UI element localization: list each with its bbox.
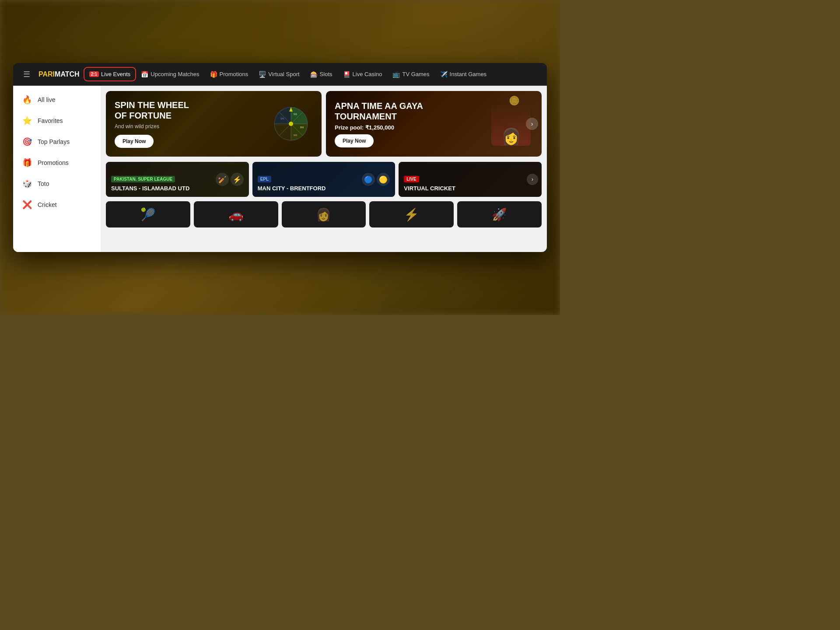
logo[interactable]: PARI MATCH bbox=[38, 70, 80, 78]
nav-live-events-label: Live Events bbox=[101, 71, 130, 77]
cricket-icon: ❌ bbox=[22, 200, 32, 210]
target-icon: 🎯 bbox=[22, 136, 32, 147]
plane-icon: ✈️ bbox=[440, 71, 448, 78]
sidebar: 🔥 All live ⭐ Favorites 🎯 Top Parlays 🎁 P… bbox=[13, 86, 101, 252]
sidebar-item-favorites[interactable]: ⭐ Favorites bbox=[13, 110, 101, 131]
sidebar-item-top-parlays[interactable]: 🎯 Top Parlays bbox=[13, 131, 101, 152]
svg-text:100: 100 bbox=[280, 117, 284, 120]
psl-league-badge: PAKISTAN. SUPER LEAGUE bbox=[111, 176, 175, 182]
preview-icon-1: 🎾 bbox=[140, 207, 156, 222]
main-container: ☰ PARI MATCH 2:1 Live Events 📅 Upcoming … bbox=[13, 63, 547, 252]
nav-slots-label: Slots bbox=[320, 71, 332, 77]
nav-item-live-events[interactable]: 2:1 Live Events bbox=[85, 68, 135, 80]
tournament-play-button[interactable]: Play Now bbox=[335, 134, 374, 147]
epl-label: EPL bbox=[260, 177, 269, 182]
match-card-virtual-content: LIVE VIRTUAL CRICKET bbox=[404, 175, 536, 192]
match-card-virtual[interactable]: LIVE VIRTUAL CRICKET › bbox=[399, 162, 542, 197]
navbar: ☰ PARI MATCH 2:1 Live Events 📅 Upcoming … bbox=[13, 63, 547, 86]
sidebar-cricket-label: Cricket bbox=[38, 201, 57, 208]
monitor-icon: 🖥️ bbox=[259, 71, 266, 78]
banners-row: SPIN THE WHEELOF FORTUNE And win wild pr… bbox=[106, 91, 542, 157]
coins-decoration: 🪙 bbox=[509, 95, 520, 106]
tournament-chevron-button[interactable]: › bbox=[526, 118, 538, 130]
cards-icon: 🎴 bbox=[343, 71, 350, 78]
logo-match: MATCH bbox=[55, 70, 80, 78]
preview-card-2[interactable]: 🚗 bbox=[194, 201, 278, 228]
sidebar-item-toto[interactable]: 🎲 Toto bbox=[13, 173, 101, 194]
nav-instant-label: Instant Games bbox=[450, 71, 487, 77]
sidebar-favorites-label: Favorites bbox=[38, 117, 63, 124]
preview-card-3[interactable]: 👩 bbox=[282, 201, 366, 228]
slots-icon: 🎰 bbox=[310, 71, 318, 78]
tournament-person: 👩 bbox=[491, 102, 531, 146]
sidebar-toto-label: Toto bbox=[38, 180, 49, 187]
nav-item-slots[interactable]: 🎰 Slots bbox=[306, 68, 337, 80]
svg-text:300: 300 bbox=[294, 134, 298, 136]
tournament-prize-text: Prize pool: ₹1,250,000 bbox=[335, 124, 489, 131]
logo-pari: PARI bbox=[38, 70, 55, 78]
sidebar-item-promotions[interactable]: 🎁 Promotions bbox=[13, 152, 101, 173]
nav-casino-label: Live Casino bbox=[353, 71, 382, 77]
live-badge: 2:1 bbox=[89, 71, 99, 77]
preview-card-4[interactable]: ⚡ bbox=[369, 201, 454, 228]
wheel-svg: 500 200 300 100 bbox=[273, 106, 308, 141]
nav-promotions-label: Promotions bbox=[220, 71, 248, 77]
match-card-epl-content: EPL MAN CITY - BRENTFORD bbox=[258, 175, 390, 192]
live-label: LIVE bbox=[406, 177, 416, 182]
nav-item-tv-games[interactable]: 📺 TV Games bbox=[388, 68, 434, 80]
star-icon: ⭐ bbox=[22, 116, 32, 126]
tournament-banner[interactable]: APNA TIME AA GAYATOURNAMENT Prize pool: … bbox=[326, 91, 542, 157]
fortune-banner-text: SPIN THE WHEELOF FORTUNE And win wild pr… bbox=[115, 100, 269, 148]
svg-point-9 bbox=[289, 122, 293, 126]
match-card-psl-content: PAKISTAN. SUPER LEAGUE SULTANS - ISLAMAB… bbox=[111, 175, 244, 192]
sidebar-item-cricket[interactable]: ❌ Cricket bbox=[13, 194, 101, 215]
fire-icon: 🔥 bbox=[22, 94, 32, 105]
gift-sidebar-icon: 🎁 bbox=[22, 158, 32, 168]
epl-match-title: MAN CITY - BRENTFORD bbox=[258, 185, 390, 192]
nav-item-upcoming-matches[interactable]: 📅 Upcoming Matches bbox=[136, 68, 203, 80]
tv-icon: 📺 bbox=[392, 71, 400, 78]
bottom-row: 🎾 🚗 👩 ⚡ 🚀 bbox=[106, 201, 542, 228]
sidebar-item-all-live[interactable]: 🔥 All live bbox=[13, 89, 101, 110]
nav-tv-label: TV Games bbox=[402, 71, 429, 77]
fortune-wheel-visual: 500 200 300 100 bbox=[269, 106, 313, 141]
match-card-epl[interactable]: EPL MAN CITY - BRENTFORD 🔵 🟡 bbox=[252, 162, 396, 197]
matches-row: PAKISTAN. SUPER LEAGUE SULTANS - ISLAMAB… bbox=[106, 162, 542, 197]
svg-text:200: 200 bbox=[300, 126, 304, 129]
preview-icon-3: 👩 bbox=[316, 207, 331, 222]
preview-icon-2: 🚗 bbox=[228, 207, 244, 222]
nav-virtual-label: Virtual Sport bbox=[268, 71, 299, 77]
epl-league-badge: EPL bbox=[258, 176, 271, 182]
nav-item-instant-games[interactable]: ✈️ Instant Games bbox=[436, 68, 491, 80]
sidebar-promotions-label: Promotions bbox=[38, 159, 69, 166]
fortune-banner-title: SPIN THE WHEELOF FORTUNE bbox=[115, 100, 269, 121]
psl-label: PAKISTAN. SUPER LEAGUE bbox=[114, 177, 172, 182]
preview-card-1[interactable]: 🎾 bbox=[106, 201, 190, 228]
content-area: 🔥 All live ⭐ Favorites 🎯 Top Parlays 🎁 P… bbox=[13, 86, 547, 252]
nav-item-promotions[interactable]: 🎁 Promotions bbox=[206, 68, 253, 80]
svg-text:500: 500 bbox=[294, 113, 298, 116]
calendar-icon: 📅 bbox=[141, 71, 148, 78]
nav-item-live-casino[interactable]: 🎴 Live Casino bbox=[339, 68, 387, 80]
virtual-match-title: VIRTUAL CRICKET bbox=[404, 185, 536, 192]
nav-item-virtual-sport[interactable]: 🖥️ Virtual Sport bbox=[254, 68, 304, 80]
preview-card-5[interactable]: 🚀 bbox=[457, 201, 542, 228]
fortune-play-button[interactable]: Play Now bbox=[115, 135, 154, 148]
fortune-wheel-banner[interactable]: SPIN THE WHEELOF FORTUNE And win wild pr… bbox=[106, 91, 322, 157]
tournament-banner-text: APNA TIME AA GAYATOURNAMENT Prize pool: … bbox=[335, 101, 489, 147]
nav-upcoming-label: Upcoming Matches bbox=[150, 71, 199, 77]
main-content: SPIN THE WHEELOF FORTUNE And win wild pr… bbox=[101, 86, 547, 252]
preview-icon-4: ⚡ bbox=[404, 207, 419, 222]
live-league-badge: LIVE bbox=[404, 176, 419, 182]
hamburger-button[interactable]: ☰ bbox=[20, 70, 33, 79]
tournament-banner-title: APNA TIME AA GAYATOURNAMENT bbox=[335, 101, 489, 122]
sidebar-all-live-label: All live bbox=[38, 96, 55, 103]
sidebar-top-parlays-label: Top Parlays bbox=[38, 138, 70, 145]
match-card-psl[interactable]: PAKISTAN. SUPER LEAGUE SULTANS - ISLAMAB… bbox=[106, 162, 249, 197]
fortune-banner-subtitle: And win wild prizes bbox=[115, 123, 269, 130]
preview-icon-5: 🚀 bbox=[492, 207, 507, 222]
gift-icon: 🎁 bbox=[210, 71, 217, 78]
psl-match-title: SULTANS - ISLAMABAD UTD bbox=[111, 185, 244, 192]
dice-icon: 🎲 bbox=[22, 178, 32, 189]
matches-chevron-button[interactable]: › bbox=[527, 174, 538, 185]
